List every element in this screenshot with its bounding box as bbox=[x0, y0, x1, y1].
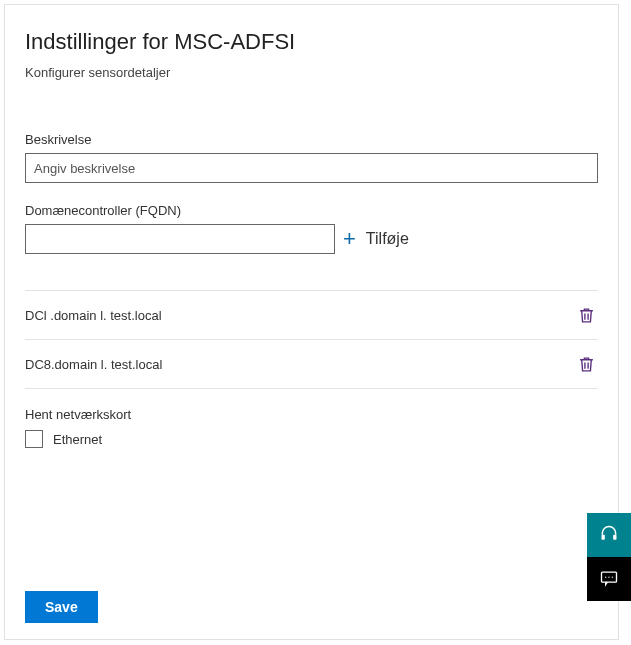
delete-icon[interactable] bbox=[575, 303, 598, 328]
settings-panel: Indstillinger for MSC-ADFSI Konfigurer s… bbox=[4, 4, 619, 640]
feedback-button[interactable] bbox=[587, 557, 631, 601]
svg-point-3 bbox=[605, 576, 606, 577]
domain-controller-label: Domænecontroller (FQDN) bbox=[25, 203, 598, 218]
dc-name: DCl .domain l. test.local bbox=[25, 308, 162, 323]
domain-controller-input[interactable] bbox=[25, 224, 335, 254]
svg-point-4 bbox=[608, 576, 609, 577]
headset-icon bbox=[599, 524, 619, 547]
save-button[interactable]: Save bbox=[25, 591, 98, 623]
ethernet-checkbox[interactable] bbox=[25, 430, 43, 448]
help-button[interactable] bbox=[587, 513, 631, 557]
domain-controller-field-group: Domænecontroller (FQDN) + Tilføje bbox=[25, 203, 598, 254]
description-input[interactable] bbox=[25, 153, 598, 183]
ethernet-label: Ethernet bbox=[53, 432, 102, 447]
dc-name: DC8.domain l. test.local bbox=[25, 357, 162, 372]
svg-rect-0 bbox=[602, 534, 605, 539]
svg-rect-1 bbox=[613, 534, 616, 539]
plus-icon[interactable]: + bbox=[343, 228, 356, 250]
network-option-row: Ethernet bbox=[25, 430, 598, 448]
dc-list-row: DC8.domain l. test.local bbox=[25, 340, 598, 388]
page-subtitle: Konfigurer sensordetaljer bbox=[25, 65, 598, 80]
chat-icon bbox=[599, 568, 619, 591]
delete-icon[interactable] bbox=[575, 352, 598, 377]
description-label: Beskrivelse bbox=[25, 132, 598, 147]
dc-list-row: DCl .domain l. test.local bbox=[25, 291, 598, 339]
network-label: Hent netværkskort bbox=[25, 407, 598, 422]
svg-point-5 bbox=[612, 576, 613, 577]
description-field-group: Beskrivelse bbox=[25, 132, 598, 183]
add-button-label[interactable]: Tilføje bbox=[366, 230, 409, 248]
page-title: Indstillinger for MSC-ADFSI bbox=[25, 29, 598, 55]
